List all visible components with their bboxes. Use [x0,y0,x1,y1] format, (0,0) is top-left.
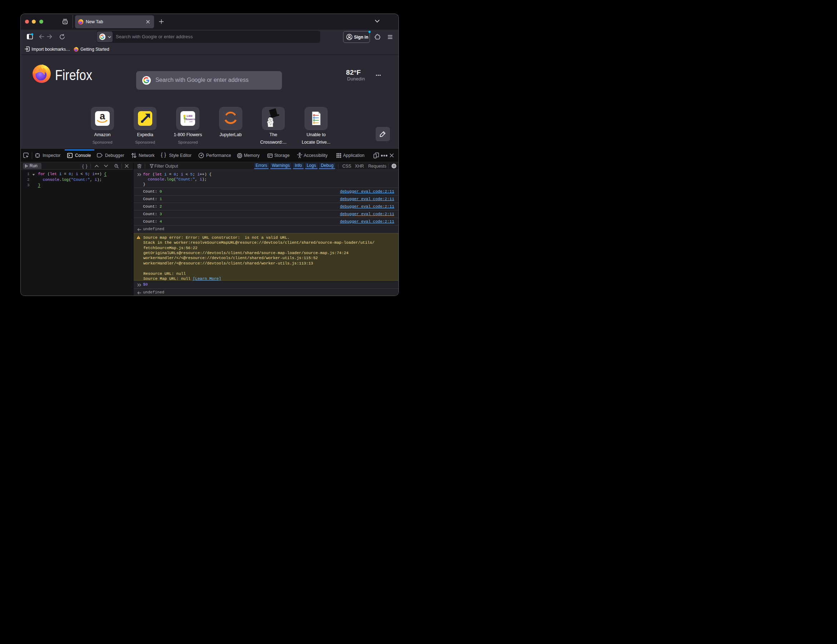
svg-text:1-800: 1-800 [187,115,193,117]
svg-text:.com: .com [189,121,193,123]
svg-text:flowers: flowers [185,118,195,121]
